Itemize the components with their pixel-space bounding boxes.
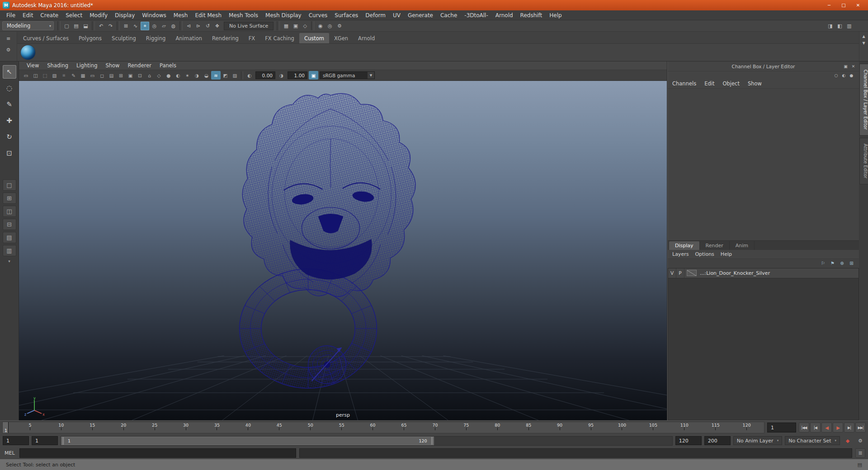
panel-menu-item[interactable]: Lighting xyxy=(72,62,101,69)
menu-item[interactable]: Generate xyxy=(404,10,437,20)
paint-selection-tool-icon[interactable]: ✎ xyxy=(3,98,16,111)
layer-editor-tab[interactable]: Anim xyxy=(730,241,755,250)
current-time-field[interactable]: 1 xyxy=(767,423,796,432)
shelf-tab[interactable]: FX Caching xyxy=(260,33,299,43)
safe-title-icon[interactable]: ⊡ xyxy=(135,71,145,80)
layer-playback-toggle[interactable]: P xyxy=(676,268,684,278)
shaded-mode-icon[interactable]: ● xyxy=(164,71,173,80)
panel-menu-item[interactable]: View xyxy=(23,62,43,69)
gamma-field[interactable]: 1.00 xyxy=(288,71,307,79)
layer-editor-tab[interactable]: Display xyxy=(669,241,700,250)
shadows-icon[interactable]: ◑ xyxy=(192,71,202,80)
menu-item[interactable]: Edit xyxy=(19,10,37,20)
character-set-dropdown[interactable]: No Character Set ▾ xyxy=(785,436,840,445)
play-backwards-button[interactable]: ◀ xyxy=(821,423,832,432)
command-line-input[interactable] xyxy=(19,448,296,458)
shelf-tab[interactable]: Animation xyxy=(170,33,207,43)
menu-item[interactable]: -3DtoAll- xyxy=(461,10,491,20)
menu-item[interactable]: File xyxy=(3,10,19,20)
layer-editor-menu-item[interactable]: Layers xyxy=(672,251,689,257)
shelf-tab[interactable]: Curves / Surfaces xyxy=(18,33,74,43)
2d-pan-zoom-icon[interactable]: ⌗ xyxy=(59,71,69,80)
no-manip-icon[interactable]: ○ xyxy=(833,72,840,79)
toggle-tool-settings-icon[interactable]: ◧ xyxy=(835,22,844,30)
shelf-scroll-down-icon[interactable]: ▼ xyxy=(860,40,867,46)
make-live-icon[interactable]: ◍ xyxy=(169,22,178,30)
shelf-tab[interactable]: XGen xyxy=(329,33,353,43)
film-gate-icon[interactable]: ▭ xyxy=(88,71,97,80)
layer-row[interactable]: V P ...:Lion_Door_Knocker_Silver xyxy=(668,268,859,278)
outliner-persp-layout-button[interactable]: ▥ xyxy=(3,245,16,256)
script-editor-button[interactable]: ≣ xyxy=(855,448,865,458)
step-back-button[interactable]: |◀ xyxy=(810,423,821,432)
menu-item[interactable]: Cache xyxy=(437,10,461,20)
move-tool-icon[interactable]: ✚ xyxy=(3,114,16,127)
anim-layer-dropdown[interactable]: No Anim Layer ▾ xyxy=(733,436,782,445)
animation-end-field[interactable]: 200 xyxy=(704,436,731,445)
shelf-gear-icon[interactable]: ⚙ xyxy=(4,46,13,54)
select-tool-icon[interactable]: ↖ xyxy=(3,65,16,79)
shelf-tab[interactable]: Sculpting xyxy=(107,33,141,43)
new-scene-icon[interactable]: ▢ xyxy=(62,22,71,30)
isolate-display-icon[interactable]: ▣ xyxy=(291,22,300,30)
xray-icon[interactable]: ▨ xyxy=(230,71,240,80)
step-forward-button[interactable]: ▶| xyxy=(844,423,854,432)
auto-keyframe-toggle-icon[interactable]: ◆ xyxy=(843,436,853,445)
invisible-manip-icon[interactable]: ◐ xyxy=(840,72,847,79)
save-scene-icon[interactable]: ⬓ xyxy=(81,22,90,30)
output-connections-icon[interactable]: ⊳ xyxy=(194,22,203,30)
layer-editor-menu-item[interactable]: Options xyxy=(695,251,714,257)
wireframe-lion-door-knocker[interactable] xyxy=(240,94,415,388)
menu-item[interactable]: Arnold xyxy=(492,10,517,20)
channel-list-empty-area[interactable] xyxy=(668,89,859,240)
construction-history-icon[interactable]: ↺ xyxy=(203,22,212,30)
channel-box-menu-item[interactable]: Channels xyxy=(672,80,696,87)
exposure-icon[interactable]: ◐ xyxy=(245,71,254,80)
layer-visibility-sync-icon[interactable]: ⚐ xyxy=(819,260,827,267)
channel-box-menu-item[interactable]: Show xyxy=(748,80,762,87)
close-button[interactable]: ✕ xyxy=(851,1,865,9)
two-pane-side-layout-button[interactable]: ◫ xyxy=(3,206,16,217)
create-layer-from-selected-icon[interactable]: ⊞ xyxy=(847,260,856,267)
show-manipulator-icon[interactable]: ❖ xyxy=(213,22,222,30)
toggle-attribute-editor-icon[interactable]: ◨ xyxy=(826,22,835,30)
bookmark-icon[interactable]: ⬚ xyxy=(40,71,50,80)
playback-range-bar[interactable]: 1 120 xyxy=(61,437,434,445)
dock-panel-icon[interactable]: ▣ xyxy=(842,63,849,70)
shelf-tab[interactable]: Custom xyxy=(299,33,329,43)
shelf-tab[interactable]: FX xyxy=(244,33,260,43)
time-slider[interactable]: 1 5 10 15 xyxy=(2,422,764,433)
shelf-menu-icon[interactable]: ≡ xyxy=(4,34,13,43)
image-plane-icon[interactable]: ▧ xyxy=(50,71,59,80)
snap-to-view-planes-icon[interactable]: ▱ xyxy=(160,22,168,30)
snap-to-curves-icon[interactable]: ∿ xyxy=(131,22,140,30)
gate-mask-icon[interactable]: ▤ xyxy=(107,71,116,80)
range-end-handle[interactable] xyxy=(430,437,434,445)
workspace-selector[interactable]: Modeling ▾ xyxy=(2,21,54,30)
toggle-channel-box-icon[interactable]: ▥ xyxy=(845,22,854,30)
snap-to-points-icon[interactable]: ⌖ xyxy=(141,22,149,30)
menu-item[interactable]: Mesh xyxy=(170,10,192,20)
input-connections-icon[interactable]: ⊲ xyxy=(184,22,193,30)
render-current-frame-icon[interactable]: ◉ xyxy=(316,22,325,30)
layer-visibility-toggle[interactable]: V xyxy=(668,268,676,278)
channel-box-menu-item[interactable]: Edit xyxy=(704,80,714,87)
panel-menu-item[interactable]: Shading xyxy=(43,62,72,69)
menu-item[interactable]: Deform xyxy=(362,10,389,20)
use-all-lights-icon[interactable]: ✶ xyxy=(183,71,192,80)
viewport-canvas[interactable] xyxy=(19,81,667,420)
grease-pencil-icon[interactable]: ✎ xyxy=(69,71,78,80)
undo-icon[interactable]: ↶ xyxy=(97,22,105,30)
go-to-start-button[interactable]: |◀◀ xyxy=(799,423,809,432)
menu-item[interactable]: Help xyxy=(546,10,565,20)
rotate-tool-icon[interactable]: ↻ xyxy=(3,130,16,144)
grid-toggle-icon[interactable]: ▦ xyxy=(78,71,88,80)
camera-attributes-icon[interactable]: ◫ xyxy=(31,71,40,80)
go-to-end-button[interactable]: ▶▶| xyxy=(855,423,866,432)
lock-camera-icon[interactable]: ▭ xyxy=(21,71,31,80)
panel-menu-item[interactable]: Renderer xyxy=(124,62,156,69)
close-panel-icon[interactable]: ✕ xyxy=(850,63,857,70)
four-pane-layout-button[interactable]: ⊞ xyxy=(3,193,16,204)
safe-action-icon[interactable]: ▣ xyxy=(126,71,135,80)
more-layouts-arrow[interactable]: ▾ xyxy=(8,259,10,263)
